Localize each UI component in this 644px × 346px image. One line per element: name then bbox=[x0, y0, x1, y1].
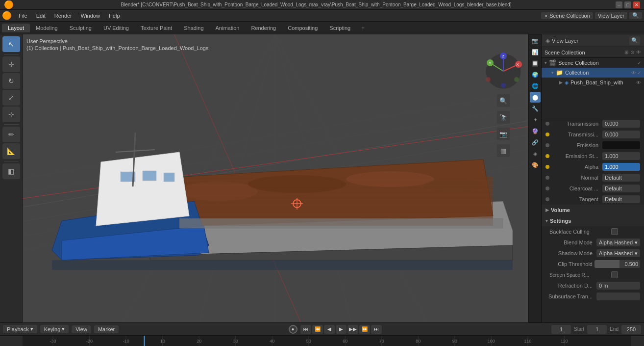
scene-selector[interactable]: ⚬ Scene Collection bbox=[541, 12, 593, 19]
menu-edit[interactable]: Edit bbox=[32, 12, 50, 20]
props-particles-icon[interactable]: ✦ bbox=[530, 114, 541, 125]
backface-checkbox[interactable] bbox=[611, 228, 618, 235]
view-layer-selector[interactable]: View Layer bbox=[595, 12, 627, 19]
props-scene-icon[interactable]: 🌍 bbox=[530, 69, 541, 80]
menu-render[interactable]: Render bbox=[50, 12, 76, 20]
vl-search-btn[interactable]: 🔍 bbox=[629, 36, 640, 45]
props-data-icon[interactable]: ◈ bbox=[530, 148, 541, 159]
screen-space-checkbox[interactable] bbox=[611, 271, 618, 278]
keying-dropdown[interactable]: Keying ▾ bbox=[40, 325, 69, 333]
view-dropdown[interactable]: View bbox=[72, 325, 91, 333]
outliner-vis-icon[interactable]: 👁 bbox=[636, 50, 641, 55]
quad-view-btn[interactable]: ▦ bbox=[497, 144, 510, 157]
outliner-filter-icon[interactable]: ⊞ bbox=[624, 50, 628, 55]
menu-help[interactable]: Help bbox=[105, 12, 124, 20]
perspective-label: User Perspective bbox=[26, 38, 208, 44]
tool-transform[interactable]: ⊹ bbox=[2, 106, 20, 122]
orientation-gizmo[interactable]: X Y Z bbox=[484, 52, 522, 90]
svg-point-48 bbox=[486, 77, 491, 82]
props-view-layer-icon[interactable]: 🔲 bbox=[530, 58, 541, 69]
camera-view-btn[interactable]: 📷 bbox=[497, 128, 510, 140]
menu-window[interactable]: Window bbox=[77, 12, 104, 20]
alpha-label: Alpha bbox=[551, 164, 600, 170]
prev-keyframe-btn[interactable]: ⏪ bbox=[312, 325, 323, 334]
current-frame-input[interactable] bbox=[551, 325, 571, 334]
tool-move[interactable]: ✛ bbox=[2, 56, 20, 72]
obj-vis-eye[interactable]: 👁 bbox=[636, 80, 641, 85]
marker-dropdown[interactable]: Marker bbox=[94, 325, 119, 333]
shadow-mode-dropdown[interactable]: Alpha Hashed ▾ bbox=[596, 249, 640, 257]
vl-icon: ◈ bbox=[545, 37, 550, 44]
minimize-button[interactable]: ─ bbox=[616, 1, 622, 8]
tool-measure[interactable]: 📐 bbox=[2, 143, 20, 159]
timeline-track[interactable]: -30 -20 -10 10 20 30 40 50 60 70 80 90 1… bbox=[23, 336, 631, 346]
coll-vis-cursor[interactable]: ✓ bbox=[637, 70, 641, 76]
props-output-icon[interactable]: 📊 bbox=[530, 47, 541, 57]
add-workspace-button[interactable]: ＋ bbox=[356, 23, 370, 33]
menu-file[interactable]: File bbox=[15, 12, 31, 20]
close-button[interactable]: ✕ bbox=[633, 1, 640, 8]
tool-cursor[interactable]: ↖ bbox=[2, 36, 20, 52]
tab-sculpting[interactable]: Sculpting bbox=[64, 24, 98, 32]
zoom-out-btn[interactable]: 🔭 bbox=[497, 111, 510, 124]
tool-rotate[interactable]: ↻ bbox=[2, 73, 20, 89]
maximize-button[interactable]: □ bbox=[624, 1, 631, 8]
zoom-in-btn[interactable]: 🔍 bbox=[497, 94, 510, 107]
play-btn[interactable]: ▶ bbox=[336, 325, 347, 334]
props-render-icon[interactable]: 📷 bbox=[530, 35, 541, 46]
props-material-icon[interactable]: 🎨 bbox=[530, 160, 541, 170]
alpha-row: Alpha 1.000 bbox=[542, 161, 644, 172]
main-layout: ↖ ✛ ↻ ⤢ ⊹ ✏ 📐 ◧ Object Mode ▾ View bbox=[0, 34, 644, 322]
emst-value: 1.000 bbox=[605, 153, 619, 159]
svg-rect-37 bbox=[179, 218, 503, 228]
step-back-btn[interactable]: ◀ bbox=[324, 325, 335, 334]
props-physics-icon[interactable]: 🔮 bbox=[530, 126, 541, 136]
tab-compositing[interactable]: Compositing bbox=[282, 24, 323, 32]
props-object-icon[interactable]: ⬤ bbox=[530, 92, 541, 103]
tab-texture-paint[interactable]: Texture Paint bbox=[135, 24, 178, 32]
tab-modeling[interactable]: Modeling bbox=[30, 24, 64, 32]
tool-annotate[interactable]: ✏ bbox=[2, 127, 20, 142]
clip-threshold-slider[interactable]: 0.500 bbox=[594, 260, 640, 268]
outliner-object[interactable]: ▶ ◈ Push_Boat_Ship_with 👁 bbox=[542, 78, 644, 87]
svg-text:110: 110 bbox=[524, 339, 531, 344]
jump-end-btn[interactable]: ⏭ bbox=[371, 325, 382, 334]
viewport-background bbox=[23, 34, 528, 322]
coll-vis-eye[interactable]: 👁 bbox=[631, 70, 636, 76]
viewport-gizmos: X Y Z 🔍 🔭 📷 ▦ bbox=[484, 52, 522, 157]
collection-arrow: ▾ bbox=[551, 70, 554, 75]
blender-logo[interactable]: 🟠 bbox=[2, 11, 12, 20]
tab-uv-editing[interactable]: UV Editing bbox=[98, 24, 135, 32]
tab-shading[interactable]: Shading bbox=[178, 24, 209, 32]
tab-scripting[interactable]: Scripting bbox=[323, 24, 356, 32]
alpha-value[interactable]: 1.000 bbox=[602, 163, 640, 171]
emission-value-box[interactable] bbox=[602, 141, 640, 149]
jump-start-btn[interactable]: ⏮ bbox=[300, 325, 311, 334]
step-fwd-btn[interactable]: ▶▶ bbox=[347, 325, 358, 334]
record-btn[interactable]: ● bbox=[289, 325, 297, 334]
props-modifier-icon[interactable]: 🔧 bbox=[530, 103, 541, 114]
props-world-icon[interactable]: 🌐 bbox=[530, 80, 541, 91]
outliner-sync-icon[interactable]: ⊙ bbox=[630, 50, 634, 55]
search-btn[interactable]: 🔍 bbox=[629, 12, 642, 19]
tool-scale[interactable]: ⤢ bbox=[2, 90, 20, 106]
collection-vis-icons: 👁 ✓ bbox=[631, 70, 641, 76]
end-frame-input[interactable] bbox=[621, 325, 641, 334]
outliner-collection[interactable]: ▾ 📁 Collection 👁 ✓ bbox=[542, 68, 644, 78]
props-constraints-icon[interactable]: 🔗 bbox=[530, 137, 541, 148]
playback-dropdown[interactable]: Playback ▾ bbox=[3, 325, 37, 333]
tool-add-cube[interactable]: ◧ bbox=[2, 163, 20, 179]
transmission-dot bbox=[545, 122, 549, 126]
viewport-canvas[interactable]: User Perspective (1) Collection | Push_B… bbox=[23, 34, 528, 322]
start-frame-input[interactable] bbox=[587, 325, 607, 334]
settings-section[interactable]: ▾ Settings bbox=[542, 215, 644, 226]
viewport[interactable]: Object Mode ▾ View Select Add Object bbox=[23, 34, 528, 322]
tab-rendering[interactable]: Rendering bbox=[245, 24, 282, 32]
scene-vis-1[interactable]: ✓ bbox=[637, 60, 641, 66]
volume-section[interactable]: ▶ Volume bbox=[542, 205, 644, 215]
tab-layout[interactable]: Layout bbox=[2, 24, 30, 32]
outliner-scene-collection[interactable]: ▾ 🎬 Scene Collection ✓ bbox=[542, 58, 644, 68]
next-keyframe-btn[interactable]: ⏩ bbox=[359, 325, 370, 334]
blend-mode-dropdown[interactable]: Alpha Hashed ▾ bbox=[596, 239, 640, 246]
tab-animation[interactable]: Animation bbox=[210, 24, 246, 32]
